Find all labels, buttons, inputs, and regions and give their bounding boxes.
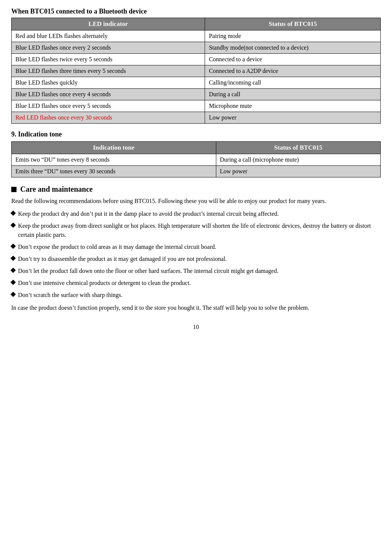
care-list-item: Keep the product dry and don’t put it in… [11,209,381,218]
led-table: LED indicator Status of BTC015 Red and b… [11,18,381,124]
led-indicator-cell: Blue LED flashes three times every 5 sec… [12,65,205,77]
indication-col2-header: Status of BTC015 [216,142,381,154]
led-table-row: Blue LED flashes quicklyCalling/incoming… [12,77,381,89]
led-indicator-cell: Blue LED flashes twice every 5 seconds [12,54,205,65]
led-section-title: When BTC015 connected to a Bluetooth dev… [11,8,381,15]
led-table-row: Blue LED flashes three times every 5 sec… [12,65,381,77]
indication-tone-cell: Emits two “DU” tones every 8 seconds [12,154,216,166]
led-indicator-cell: Blue LED flashes once every 2 seconds [12,42,205,54]
led-status-cell: Pairing mode [205,30,381,42]
indication-table-row: Emits two “DU” tones every 8 secondsDuri… [12,154,381,166]
care-closing: In case the product doesn’t function pro… [11,303,381,312]
care-item-text: Don’t try to disassemble the product as … [18,255,227,264]
led-table-row: Red LED flashes once every 30 secondsLow… [12,112,381,124]
led-status-cell: Connected to a device [205,54,381,65]
indication-section-title: 9. Indication tone [11,130,381,138]
care-intro: Read the following recommendations befor… [11,197,381,206]
led-col2-header: Status of BTC015 [205,18,381,30]
care-list: Keep the product dry and don’t put it in… [11,209,381,300]
led-indicator-cell: Red LED flashes once every 30 seconds [12,112,205,124]
led-table-row: Blue LED flashes once every 4 secondsDur… [12,89,381,100]
led-indicator-cell: Blue LED flashes once every 5 seconds [12,100,205,112]
indication-table: Indication tone Status of BTC015 Emits t… [11,141,381,177]
page-number: 10 [11,324,381,330]
led-table-row: Blue LED flashes twice every 5 secondsCo… [12,54,381,65]
care-bullet-icon [11,280,16,285]
care-list-item: Don’t use intensive chemical products or… [11,279,381,288]
care-list-item: Don’t scratch the surface with sharp thi… [11,291,381,300]
care-bullet-icon [11,268,16,273]
care-item-text: Keep the product dry and don’t put it in… [18,209,279,218]
care-item-text: Don’t expose the product to cold areas a… [18,242,216,251]
led-status-cell: During a call [205,89,381,100]
care-bullet-icon [11,244,16,249]
care-item-text: Don’t scratch the surface with sharp thi… [18,291,122,300]
care-bullet-icon [11,211,16,216]
led-table-row: Red and blue LEDs flashes alternatelyPai… [12,30,381,42]
led-status-cell: Low power [205,112,381,124]
led-indicator-cell: Blue LED flashes quickly [12,77,205,89]
care-list-item: Don’t try to disassemble the product as … [11,255,381,264]
care-bullet-icon [11,223,16,228]
care-bullet-icon [11,292,16,297]
care-bullet-icon [11,256,16,261]
care-list-item: Keep the product away from direct sunlig… [11,221,381,239]
care-item-text: Don’t let the product fall down onto the… [18,267,278,276]
led-status-cell: Microphone mute [205,100,381,112]
indication-col1-header: Indication tone [12,142,216,154]
care-list-item: Don’t expose the product to cold areas a… [11,242,381,251]
care-title: Care and maintenance [11,185,381,194]
led-status-cell: Standby mode(not connected to a device) [205,42,381,54]
led-status-cell: Connected to a A2DP device [205,65,381,77]
indication-table-row: Emits three “DU” tones every 30 secondsL… [12,166,381,177]
led-table-row: Blue LED flashes once every 2 secondsSta… [12,42,381,54]
care-title-bullet [11,187,17,192]
led-col1-header: LED indicator [12,18,205,30]
care-item-text: Don’t use intensive chemical products or… [18,279,191,288]
led-table-row: Blue LED flashes once every 5 secondsMic… [12,100,381,112]
led-status-cell: Calling/incoming call [205,77,381,89]
indication-status-cell: During a call (microphone mute) [216,154,381,166]
led-indicator-cell: Blue LED flashes once every 4 seconds [12,89,205,100]
indication-tone-cell: Emits three “DU” tones every 30 seconds [12,166,216,177]
led-indicator-cell: Red and blue LEDs flashes alternately [12,30,205,42]
care-list-item: Don’t let the product fall down onto the… [11,267,381,276]
care-title-text: Care and maintenance [20,185,93,194]
indication-status-cell: Low power [216,166,381,177]
care-item-text: Keep the product away from direct sunlig… [18,221,381,239]
